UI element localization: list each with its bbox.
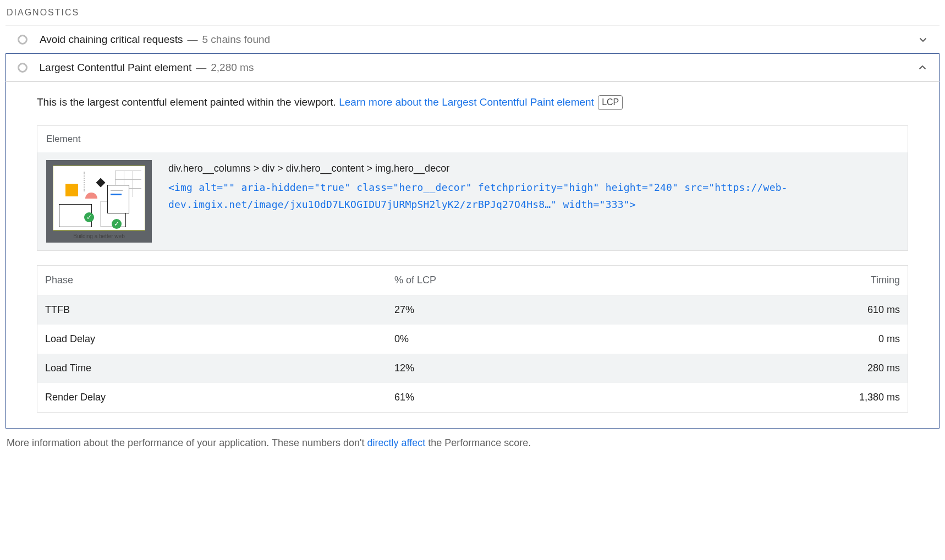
cell-phase: Render Delay [37,383,387,413]
audit-title: Largest Contentful Paint element [40,62,192,74]
table-row: Load Time 12% 280 ms [37,354,908,383]
element-node-text: div.hero__columns > div > div.hero__cont… [168,160,899,213]
audit-subtitle: 5 chains found [202,34,271,46]
audit-title: Avoid chaining critical requests [40,34,183,46]
learn-more-link[interactable]: Learn more about the Largest Contentful … [339,96,594,108]
thumbnail-image-icon: ✓ ✓ [53,166,145,230]
footer-prefix: More information about the performance o… [7,437,367,448]
footer-suffix: the Performance score. [425,437,531,448]
cell-pct: 27% [387,295,649,325]
element-selector[interactable]: div.hero__columns > div > div.hero__cont… [168,160,899,177]
cell-timing: 280 ms [649,354,908,383]
audit-lcp-body: This is the largest contentful element p… [6,82,939,429]
cell-phase: Load Delay [37,325,387,354]
table-row: Render Delay 61% 1,380 ms [37,383,908,413]
status-neutral-icon [18,63,28,73]
col-pct: % of LCP [387,266,649,295]
cell-pct: 0% [387,325,649,354]
table-row: Load Delay 0% 0 ms [37,325,908,354]
cell-phase: TTFB [37,295,387,325]
table-header-row: Phase % of LCP Timing [37,266,908,295]
element-thumbnail[interactable]: ✓ ✓ Building a better web [46,160,152,243]
audit-subtitle: 2,280 ms [211,62,254,74]
lcp-desc-text: This is the largest contentful element p… [37,96,339,108]
col-phase: Phase [37,266,387,295]
element-html-snippet[interactable]: <img alt="" aria-hidden="true" class="he… [168,179,899,213]
diagnostics-footer-note: More information about the performance o… [6,437,939,449]
lcp-description: This is the largest contentful element p… [37,94,908,110]
dash-separator: — [196,62,206,74]
dash-separator: — [188,34,198,46]
cell-pct: 12% [387,354,649,383]
chevron-up-icon[interactable] [917,62,928,73]
table-row: TTFB 27% 610 ms [37,295,908,325]
status-neutral-icon [18,35,28,45]
cell-timing: 0 ms [649,325,908,354]
lcp-phase-table: Phase % of LCP Timing TTFB 27% 610 ms Lo… [37,265,908,413]
lcp-element-card: Element ✓ ✓ Building a b [37,125,908,251]
chevron-down-icon[interactable] [917,34,928,45]
cell-timing: 610 ms [649,295,908,325]
section-title: DIAGNOSTICS [6,6,939,25]
audit-row-chain[interactable]: Avoid chaining critical requests — 5 cha… [6,25,939,53]
cell-timing: 1,380 ms [649,383,908,413]
directly-affect-link[interactable]: directly affect [367,437,425,448]
audit-row-lcp[interactable]: Largest Contentful Paint element — 2,280… [6,53,939,82]
diagnostics-section: DIAGNOSTICS Avoid chaining critical requ… [0,0,945,460]
element-card-header: Element [37,126,908,152]
cell-phase: Load Time [37,354,387,383]
cell-pct: 61% [387,383,649,413]
col-timing: Timing [649,266,908,295]
thumbnail-caption: Building a better web [73,233,124,239]
lcp-badge: LCP [598,95,623,110]
